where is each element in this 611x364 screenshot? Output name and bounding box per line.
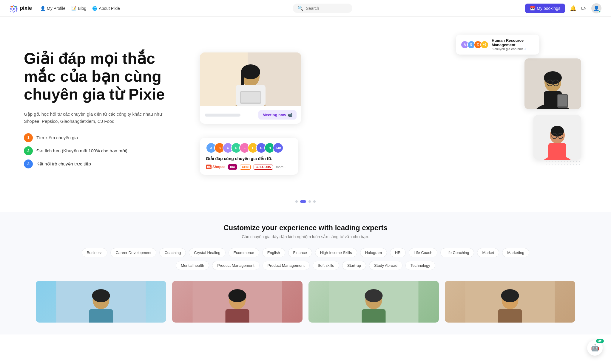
category-tag[interactable]: Marketing	[502, 248, 529, 257]
category-tag[interactable]: Career Development	[110, 248, 156, 257]
search-icon: 🔍	[297, 5, 303, 11]
about-icon: 🌐	[92, 6, 97, 11]
card-expert1	[524, 58, 581, 109]
dot-3[interactable]	[308, 200, 311, 203]
cjfoods-logo: CJ FOODS	[254, 165, 273, 170]
hero-section: Giải đáp mọi thắc mắc của bạn cùng chuyê…	[0, 17, 611, 196]
step-2: 2 Đặt lịch hẹn (Khuyến mãi 100% cho bạn …	[24, 146, 179, 155]
dot-2[interactable]	[300, 200, 306, 203]
step-2-text: Đặt lịch hẹn (Khuyến mãi 100% cho bạn mớ…	[36, 148, 127, 154]
language-selector[interactable]: EN	[581, 6, 587, 10]
more-text: more...	[276, 165, 286, 169]
category-tag[interactable]: Study Abroad	[369, 261, 402, 270]
category-tag[interactable]: Soft skills	[313, 261, 339, 270]
hero-left: Giải đáp mọi thắc mắc của bạn cùng chuyê…	[24, 50, 179, 168]
expert-card-4[interactable]	[445, 281, 575, 323]
expert-card-1[interactable]	[36, 281, 166, 323]
expert-card-2[interactable]	[172, 281, 303, 323]
ghn-logo: GHN	[240, 165, 251, 170]
avatar[interactable]: 👤	[591, 3, 601, 13]
nav-my-profile[interactable]: 👤 My Profile	[40, 6, 65, 11]
experts-row	[18, 275, 593, 323]
category-tag[interactable]: Hologram	[360, 248, 387, 257]
svg-point-49	[501, 289, 519, 302]
hero-right: A B C +6 Human Resource Management 8 chu…	[191, 35, 587, 184]
nav-left: pixie 👤 My Profile 📝 Blog 🌐 About Pixie	[10, 4, 120, 13]
logo[interactable]: pixie	[10, 4, 32, 13]
category-tag[interactable]: Mental health	[176, 261, 209, 270]
category-tag[interactable]: Start-up	[342, 261, 366, 270]
step-1: 1 Tìm kiếm chuyên gia	[24, 133, 179, 142]
section-title: Customize your experience with leading e…	[18, 224, 593, 232]
card-hr-title: Human Resource Management	[492, 38, 535, 47]
card-hr: A B C +6 Human Resource Management 8 chu…	[456, 35, 539, 55]
category-tag[interactable]: Life Coach	[409, 248, 437, 257]
check-icon: ✓	[524, 47, 527, 51]
blog-icon: 📝	[71, 6, 76, 11]
shopee-logo: 🛍 Shopee	[206, 164, 225, 170]
hero-subtitle: Gặp gỡ, học hỏi từ các chuyên gia đến từ…	[24, 111, 179, 125]
tags-row-2: Mental healthProduct ManagementProduct M…	[18, 261, 593, 270]
svg-rect-11	[241, 92, 260, 103]
card-companies: A B C D E F G H +30 Giải đáp cùng chuyên…	[200, 138, 298, 175]
card-hr-subtitle: 8 chuyên gia cho bạn ✓	[492, 47, 535, 51]
calendar-icon: 📅	[530, 6, 535, 11]
category-tag[interactable]: Crystal Healing	[189, 248, 225, 257]
online-badge	[598, 10, 601, 13]
expert-card-3[interactable]	[308, 281, 439, 323]
svg-point-34	[92, 289, 110, 302]
section-subtitle: Các chuyên gia dày dặn kinh nghiệm luôn …	[18, 234, 593, 239]
svg-point-44	[365, 289, 383, 302]
category-tag[interactable]: Life Coaching	[440, 248, 474, 257]
momo-logo: mo	[228, 164, 237, 170]
svg-point-39	[229, 289, 246, 302]
category-tag[interactable]: HR	[390, 248, 406, 257]
category-tag[interactable]: Product Management	[212, 261, 259, 270]
card-hr-text: Human Resource Management 8 chuyên gia c…	[492, 38, 535, 51]
category-tag[interactable]: Ecommerce	[229, 248, 259, 257]
company-av-count: +30	[273, 142, 283, 153]
svg-point-0	[11, 6, 13, 7]
dot-4[interactable]	[313, 200, 316, 203]
dot-1[interactable]	[295, 200, 298, 203]
card-footer-bar	[205, 114, 240, 117]
profile-icon: 👤	[40, 6, 45, 11]
svg-point-26	[551, 126, 564, 137]
category-tag[interactable]: Finance	[288, 248, 312, 257]
step-3-num: 3	[24, 159, 33, 168]
category-tag[interactable]: High-income Skills	[315, 248, 357, 257]
carousel-dots	[0, 196, 611, 212]
card-expert2	[533, 115, 581, 160]
video-icon: 📹	[288, 113, 292, 117]
my-bookings-button[interactable]: 📅 My bookings	[525, 4, 565, 13]
company-avatars: A B C D E F G H +30	[206, 142, 292, 153]
company-logos: 🛍 Shopee mo GHN CJ FOODS more...	[206, 164, 292, 170]
nav-about[interactable]: 🌐 About Pixie	[92, 6, 120, 11]
search-bar[interactable]: 🔍	[293, 4, 352, 13]
search-input[interactable]	[306, 6, 348, 11]
step-1-num: 1	[24, 133, 33, 142]
category-tag[interactable]: Business	[82, 248, 108, 257]
category-tag[interactable]: Market	[477, 248, 499, 257]
card-main-image	[200, 52, 301, 106]
category-tag[interactable]: Technology	[405, 261, 435, 270]
nav-blog[interactable]: 📝 Blog	[71, 6, 86, 11]
meeting-now-button[interactable]: Meeting now 📹	[258, 110, 297, 120]
category-tag[interactable]: English	[262, 248, 285, 257]
brand-name: pixie	[20, 5, 32, 11]
categories-section: Customize your experience with leading e…	[0, 212, 611, 334]
step-1-text: Tìm kiếm chuyên gia	[36, 135, 78, 140]
hero-title: Giải đáp mọi thắc mắc của bạn cùng chuyê…	[24, 50, 179, 103]
svg-rect-40	[226, 309, 249, 323]
notification-bell[interactable]: 🔔	[570, 5, 576, 12]
svg-point-1	[15, 6, 16, 7]
svg-rect-50	[498, 309, 522, 323]
nav-links: 👤 My Profile 📝 Blog 🌐 About Pixie	[40, 6, 120, 11]
category-tag[interactable]: Product Management	[263, 261, 310, 270]
step-2-num: 2	[24, 146, 33, 155]
card-main: Meeting now 📹	[200, 52, 301, 124]
svg-point-2	[13, 8, 15, 10]
category-tag[interactable]: Coaching	[159, 248, 186, 257]
step-3: 3 Kết nối trò chuyện trực tiếp	[24, 159, 179, 168]
svg-rect-27	[548, 143, 566, 160]
